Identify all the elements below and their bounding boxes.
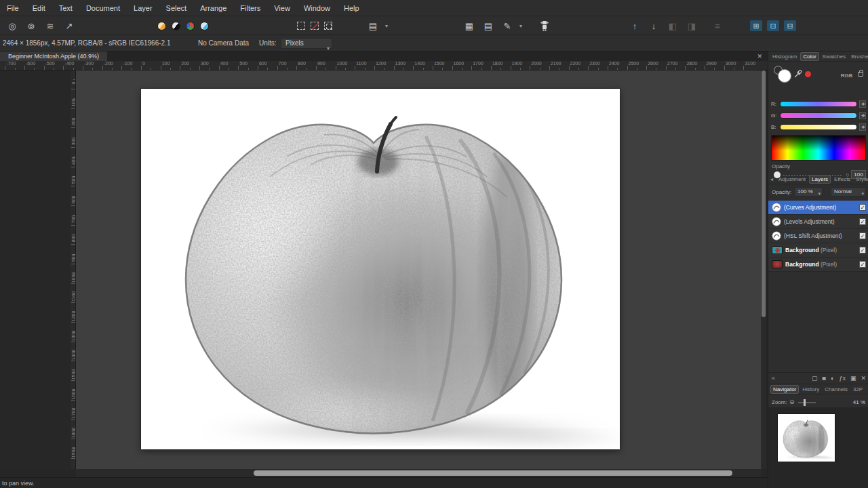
move-backward-icon[interactable]: ↓ (647, 19, 660, 33)
tab-color[interactable]: Color (800, 52, 818, 61)
close-icon[interactable]: ✕ (757, 52, 762, 61)
auto-levels-icon[interactable] (157, 22, 166, 30)
vertical-ruler[interactable]: 0100200300400500600700800900100011001200… (71, 70, 76, 469)
blue-channel-slider[interactable] (780, 124, 857, 130)
canvas[interactable] (141, 89, 620, 449)
vertical-scrollbar[interactable] (761, 70, 766, 469)
layer-visibility-checkbox[interactable]: ✓ (859, 218, 866, 225)
mask-layer-icon[interactable]: ◙ (823, 375, 826, 382)
document-tab[interactable]: Beginner McIntosh Apple (40.9%) (0, 52, 107, 61)
menu-layer[interactable]: Layer (127, 0, 159, 16)
auto-white-balance-icon[interactable] (200, 22, 209, 30)
tab-layers[interactable]: Layers (809, 175, 831, 184)
menu-arrange[interactable]: Arrange (193, 0, 233, 16)
layer-effects-icon[interactable]: ƒx (839, 375, 846, 382)
guides-icon[interactable]: ▤ (481, 19, 495, 33)
layer-visibility-checkbox[interactable]: ✓ (859, 261, 866, 268)
menu-document[interactable]: Document (79, 0, 127, 16)
zoom-out-icon[interactable]: ⊖ (789, 399, 795, 405)
green-channel-slider[interactable] (780, 113, 857, 119)
tab-channels[interactable]: Channels (823, 386, 850, 393)
distribute-icon[interactable]: ≡ (711, 19, 724, 33)
align-horizontal-icon[interactable]: ◧ (666, 19, 679, 33)
blend-mode-dropdown[interactable]: Normal ▾ (831, 187, 866, 197)
tab-navigator[interactable]: Navigator (770, 385, 799, 394)
menu-window[interactable]: Window (297, 0, 337, 16)
auto-contrast-icon[interactable] (172, 22, 180, 30)
grid-icon[interactable]: ▦ (462, 19, 476, 33)
document-viewport[interactable] (76, 70, 761, 469)
tab-effects[interactable]: Effects (832, 176, 852, 183)
eyedropper-icon[interactable] (794, 70, 802, 78)
tab-swatches[interactable]: Swatches (821, 53, 848, 60)
align-vertical-icon[interactable]: ◨ (685, 19, 698, 33)
menu-select[interactable]: Select (159, 0, 194, 16)
menu-text[interactable]: Text (52, 0, 79, 16)
menu-edit[interactable]: Edit (26, 0, 52, 16)
new-layer-icon[interactable]: ▢ (812, 375, 818, 382)
blue-channel-spinner[interactable] (859, 123, 866, 131)
ruler-label: 2100 (551, 61, 561, 66)
ruler-label: 1300 (71, 329, 76, 342)
tab-styles[interactable]: Styles (854, 176, 868, 183)
view-caret-icon[interactable]: ▾ (519, 23, 522, 29)
horizontal-scroll-thumb[interactable] (254, 470, 732, 476)
tab-adjustment[interactable]: Adjustment (776, 176, 808, 183)
vertical-scroll-thumb[interactable] (762, 70, 766, 317)
layer-row-5[interactable]: Background (Pixel)✓ (768, 258, 868, 272)
adjustment-layer-icon[interactable]: ◐ (831, 375, 834, 382)
delete-layer-icon[interactable]: ✕ (861, 375, 866, 382)
layers-opacity-dropdown[interactable]: 100 % ▾ (794, 187, 823, 197)
menu-file[interactable]: File (0, 0, 26, 16)
new-selection-icon[interactable] (297, 22, 305, 30)
tab-32p[interactable]: 32P (851, 386, 865, 393)
layer-visibility-checkbox[interactable]: ✓ (859, 204, 866, 211)
primary-color-well[interactable] (778, 69, 791, 83)
snapping-icon[interactable]: ▤ (366, 19, 380, 33)
navigator-preview[interactable] (778, 414, 835, 462)
lock-icon[interactable] (858, 72, 863, 77)
menu-help[interactable]: Help (337, 0, 366, 16)
photo-persona-icon[interactable]: ◎ (5, 19, 19, 33)
group-layer-icon[interactable]: ▣ (850, 375, 856, 382)
zoom-slider-thumb[interactable] (804, 399, 806, 406)
color-mode-label[interactable]: RGB (841, 73, 852, 79)
menu-view[interactable]: View (267, 0, 297, 16)
green-channel-spinner[interactable] (859, 112, 866, 119)
red-channel-spinner[interactable] (859, 100, 866, 108)
intersect-selection-icon[interactable] (324, 22, 332, 30)
menu-filters[interactable]: Filters (233, 0, 267, 16)
brush-icon[interactable]: ✎ (500, 19, 514, 33)
insert-behind-icon[interactable]: ⊟ (784, 20, 796, 31)
assistant-icon[interactable] (538, 19, 551, 33)
layer-visibility-checkbox[interactable]: ✓ (859, 247, 866, 253)
horizontal-ruler[interactable]: -700-600-500-400-300-200-100010020030040… (0, 61, 768, 70)
horizontal-scrollbar[interactable] (76, 469, 761, 477)
layer-row-2[interactable]: (Levels Adjustment)✓ (768, 215, 868, 229)
deselect-icon[interactable] (311, 22, 319, 30)
tab-brushes[interactable]: Brushes (849, 53, 868, 60)
red-channel-slider[interactable] (780, 101, 857, 107)
layer-visibility-checkbox[interactable]: ✓ (859, 232, 866, 239)
recent-color-dot[interactable] (805, 71, 811, 77)
live-filter-icon[interactable]: ≈ (772, 375, 775, 382)
snapping-caret-icon[interactable]: ▾ (385, 23, 388, 29)
zoom-slider-track[interactable] (798, 402, 816, 403)
units-dropdown[interactable]: Pixels ▾ (281, 38, 332, 49)
tab-histogram[interactable]: Histogram (770, 53, 799, 60)
tab-history[interactable]: History (800, 386, 821, 393)
auto-colour-icon[interactable] (186, 22, 195, 30)
zoom-value[interactable]: 41 % (853, 399, 865, 405)
insert-inside-icon[interactable]: ⊡ (767, 20, 779, 31)
ruler-tick (520, 68, 521, 70)
layer-row-3[interactable]: (HSL Shift Adjustment)✓ (768, 229, 868, 243)
layer-row-4[interactable]: Background (Pixel)✓ (768, 243, 868, 258)
liquify-persona-icon[interactable]: ≋ (43, 19, 57, 33)
insert-above-icon[interactable]: ⊞ (750, 20, 762, 31)
export-persona-icon[interactable]: ↗ (62, 19, 76, 33)
adjustment-thumbnail (772, 203, 781, 212)
layer-row-1[interactable]: (Curves Adjustment)✓ (768, 201, 868, 215)
color-spectrum[interactable] (771, 135, 866, 161)
move-forward-icon[interactable]: ↑ (628, 19, 642, 33)
develop-persona-icon[interactable]: ⊚ (24, 19, 38, 33)
